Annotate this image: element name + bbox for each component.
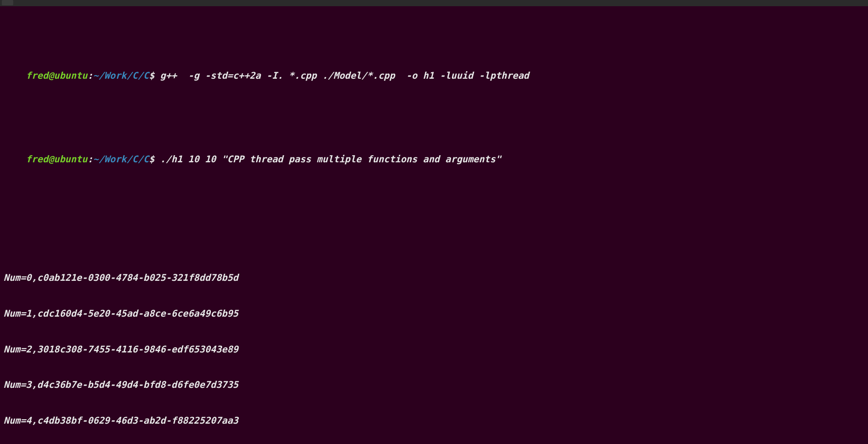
output-line: Num=3,d4c36b7e-b5d4-49d4-bfd8-d6fe0e7d37… (4, 379, 864, 391)
prompt-dollar: $ (149, 154, 155, 165)
prompt-path: ~/Work/C/C (93, 154, 149, 165)
prompt-colon: : (88, 154, 93, 165)
command-0: g++ -g -std=c++2a -I. *.cpp ./Model/*.cp… (160, 70, 529, 81)
prompt-line: fred@ubuntu:~/Work/C/C$ ./h1 10 10 "CPP … (4, 142, 864, 177)
output-line: Num=1,cdc160d4-5e20-45ad-a8ce-6ce6a49c6b… (4, 308, 864, 320)
prompt-colon: : (88, 70, 93, 81)
terminal-viewport[interactable]: fred@ubuntu:~/Work/C/C$ g++ -g -std=c++2… (0, 6, 868, 444)
blank-line (4, 213, 864, 225)
prompt-dollar: $ (149, 70, 155, 81)
command-text: ./h1 10 10 "CPP thread pass multiple fun… (154, 154, 501, 165)
command-text: g++ -g -std=c++2a -I. *.cpp ./Model/*.cp… (154, 70, 529, 81)
prompt-path: ~/Work/C/C (93, 70, 149, 81)
command-1: ./h1 10 10 "CPP thread pass multiple fun… (160, 154, 501, 165)
window-titlebar (0, 0, 868, 6)
window-control-placeholder (2, 0, 13, 5)
output-line: Num=4,c4db38bf-0629-46d3-ab2d-f88225207a… (4, 415, 864, 427)
output-line: Num=2,3018c308-7455-4116-9846-edf653043e… (4, 344, 864, 356)
prompt-line: fred@ubuntu:~/Work/C/C$ g++ -g -std=c++2… (4, 58, 864, 94)
output-line: Num=0,c0ab121e-0300-4784-b025-321f8dd78b… (4, 272, 864, 284)
prompt-user-host: fred@ubuntu (26, 70, 88, 81)
prompt-user-host: fred@ubuntu (26, 154, 88, 165)
